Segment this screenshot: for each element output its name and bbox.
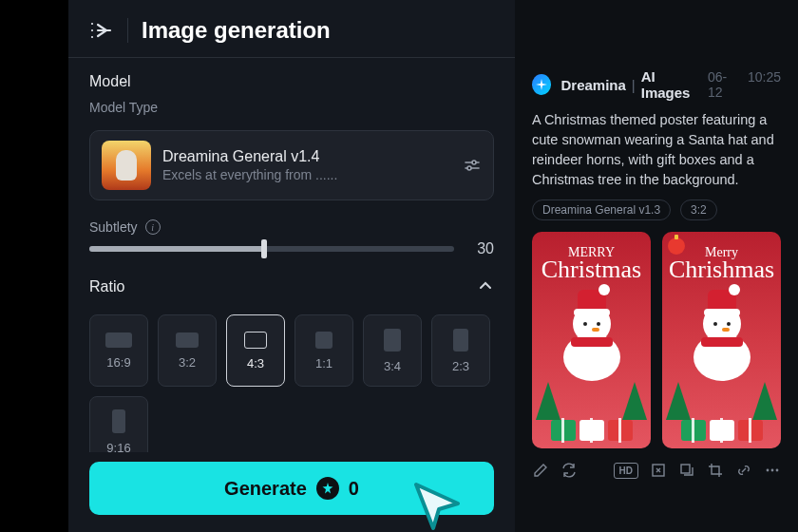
model-selector[interactable]: Dreamina General v1.4 Excels at everythi… <box>89 130 494 200</box>
ratio-label: 3:2 <box>179 355 196 370</box>
brand-spark-icon <box>532 74 551 95</box>
crop-icon[interactable] <box>707 462 724 479</box>
output-toolbar: HD <box>532 462 781 479</box>
result-grid: MERRYChristmasMerryChrishmas <box>532 232 781 448</box>
output-date: 06-12 <box>708 69 736 100</box>
chevron-up-icon[interactable] <box>477 277 494 294</box>
model-thumbnail <box>102 141 151 190</box>
refresh-icon[interactable] <box>560 462 578 479</box>
page-title: Image generation <box>142 17 331 44</box>
expand-icon[interactable] <box>650 462 667 479</box>
ratio-16-9[interactable]: 16:9 <box>89 314 148 387</box>
ratio-4-3[interactable]: 4:3 <box>226 314 285 387</box>
brand-label: Dreamina | AI Images <box>560 68 697 101</box>
tag: Dreamina General v1.3 <box>532 200 671 220</box>
svg-point-12 <box>776 469 779 472</box>
subtlety-label: Subtlety <box>89 219 138 235</box>
ratio-grid: 16:93:24:31:13:42:39:16 <box>89 314 494 452</box>
layers-icon[interactable] <box>678 462 695 479</box>
ratio-3-4[interactable]: 3:4 <box>363 314 422 387</box>
model-type-label: Model Type <box>89 100 494 115</box>
ornament-icon <box>668 238 685 255</box>
cursor-icon <box>410 479 467 532</box>
svg-point-7 <box>467 166 471 170</box>
more-icon[interactable] <box>764 462 781 479</box>
ratio-2-3[interactable]: 2:3 <box>431 314 490 387</box>
ratio-label: 4:3 <box>247 356 264 370</box>
collapse-icon[interactable] <box>89 19 114 42</box>
hd-badge[interactable]: HD <box>614 463 638 479</box>
svg-point-10 <box>767 469 770 472</box>
svg-point-11 <box>771 469 774 472</box>
info-icon[interactable]: i <box>145 219 161 235</box>
subtlety-slider[interactable] <box>89 246 454 252</box>
generate-cost: 0 <box>349 478 359 500</box>
result-image[interactable]: MerryChrishmas <box>662 232 781 448</box>
output-tags: Dreamina General v1.33:2 <box>532 200 781 220</box>
ratio-3-2[interactable]: 3:2 <box>158 314 217 387</box>
ratio-label: 2:3 <box>452 359 469 373</box>
ratio-1-1[interactable]: 1:1 <box>294 314 353 387</box>
generate-button[interactable]: Generate 0 <box>89 462 494 515</box>
prompt-text: A Christmas themed poster featuring a cu… <box>532 110 781 190</box>
svg-rect-9 <box>681 465 690 473</box>
sparkle-icon <box>316 477 339 500</box>
divider <box>127 18 128 43</box>
ratio-9-16[interactable]: 9:16 <box>89 396 148 452</box>
result-image[interactable]: MERRYChristmas <box>532 232 651 448</box>
ratio-label: Ratio <box>89 278 124 295</box>
generate-label: Generate <box>224 478 307 500</box>
output-time: 10:25 <box>748 69 781 100</box>
model-description: Excels at everything from ...... <box>162 167 451 182</box>
ratio-label: 16:9 <box>106 355 130 370</box>
ratio-label: 1:1 <box>315 356 332 370</box>
model-section-label: Model <box>89 73 494 90</box>
model-name: Dreamina General v1.4 <box>162 148 451 165</box>
ratio-label: 9:16 <box>106 441 130 452</box>
edit-icon[interactable] <box>532 462 549 479</box>
link-icon[interactable] <box>735 462 752 479</box>
subtlety-value: 30 <box>469 240 494 257</box>
tag: 3:2 <box>680 200 717 220</box>
sliders-icon[interactable] <box>463 156 482 175</box>
svg-point-5 <box>472 161 476 164</box>
ratio-label: 3:4 <box>384 359 401 373</box>
